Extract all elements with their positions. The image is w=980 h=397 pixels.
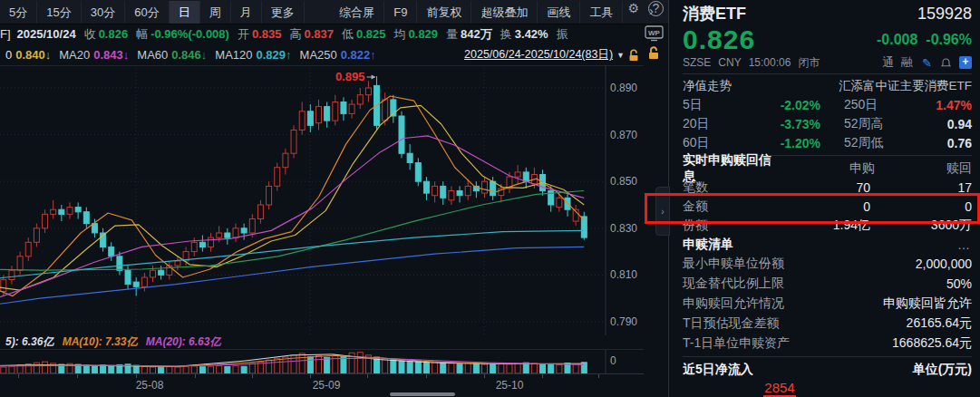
ma250-label: MA250 [300,48,337,62]
volume-value: 842万 [461,26,492,43]
period-20d-value: -3.73% [730,117,820,131]
ma10-value: 0.840↓ [15,48,51,62]
x-label-oct: 25-10 [496,379,524,392]
ma60-label: MA60 [137,48,168,62]
period-60d-value: -1.20% [730,136,820,150]
svg-text:WP: WP [648,29,661,37]
min-unit-value: 2,000,000 [916,257,972,271]
draw-line-button[interactable]: 画线 [538,1,580,24]
quote-time: 15:00:06 [749,56,791,69]
f9-button[interactable]: F9 [384,1,417,24]
axis-tick [598,374,599,378]
period-250d-value: 1.47% [911,98,972,112]
turnover-value: 3.42% [515,27,548,41]
tab-month[interactable]: 月 [231,1,262,24]
subscribe-column-header: 申购 [780,160,875,177]
field-label: 均 [394,26,406,43]
candlestick-chart[interactable]: 0.8900.8700.8500.8300.8100.7900.895 [0,65,644,335]
vol-ma20-label: MA(20): 6.63亿 [146,335,221,348]
super-overlay-button[interactable]: 超级叠加 [471,1,538,24]
chevron-down-icon[interactable]: ▼ [616,51,625,60]
bell-icon[interactable] [940,57,952,69]
list-item: T-1日单位申赎资产 1668625.64元 [683,334,972,353]
svg-text:0: 0 [610,354,616,367]
unlock-icon[interactable] [627,48,640,62]
tools-button[interactable]: 工具 [580,1,623,24]
more-ellipsis-icon[interactable]: … [957,237,972,252]
list-item: 最小申赎单位份额 2,000,000 [683,254,972,274]
tab-week[interactable]: 周 [200,1,231,24]
quote-info-bar: F] 2025/10/24 收0.826 幅-0.96%(-0.008) 开0.… [0,24,644,44]
list-item: 现金替代比例上限 50% [683,274,972,294]
t-cash-label: T日预估现金差额 [683,315,780,332]
t1-asset-label: T-1日单位申赎资产 [683,335,790,352]
axis-tick [367,374,368,378]
axis-tick [136,374,137,378]
field-label: 幅 [136,26,148,43]
allow-status-value: 申购赎回皆允许 [883,295,972,312]
axis-tick [18,374,19,378]
list-section-title[interactable]: 申赎清单 [683,237,733,253]
x-axis: 25-08 25-09 25-10 [0,373,644,397]
fund-name[interactable]: 汇添富中证主要消费ETF [839,78,972,94]
svg-text:0.810: 0.810 [610,268,637,281]
badge-rong: 融 [901,54,913,71]
change-value: -0.96%(-0.008) [150,27,229,41]
highlight-box-shares-row [645,193,980,224]
ma-legend-bar: 0 0.840↓ MA200.843↓ MA600.846↓ MA1200.82… [0,44,644,66]
ma120-label: MA120 [215,48,252,62]
field-label: 换 [500,26,512,43]
netflow-bar-value: 2854 [763,380,796,395]
currency-label: CNY [718,56,741,69]
tab-30min[interactable]: 30分 [82,1,125,24]
tab-15min[interactable]: 15分 [37,1,81,24]
tab-5min[interactable]: 5分 [0,1,37,24]
period-5d-label: 5日 [683,97,730,113]
cash-ratio-value: 50% [946,276,972,291]
wp-window-icon[interactable]: WP [644,24,665,43]
price-change: -0.008 -0.96% [877,32,972,48]
netflow-chart: 2854 [683,379,972,397]
edit-icon[interactable]: ✎ [922,56,932,70]
open-value: 0.835 [252,27,282,41]
svg-text:0.870: 0.870 [610,129,637,141]
add-icon[interactable]: + [959,56,972,69]
52w-low-label: 52周低 [844,135,911,151]
axis-tick [77,374,78,378]
field-label: 收 [84,26,96,43]
min-unit-label: 最小申赎单位份额 [683,256,784,272]
forward-adjust-button[interactable]: 前复权 [417,1,471,24]
svg-text:0.830: 0.830 [610,222,637,235]
svg-text:0.895: 0.895 [335,70,365,83]
field-label: 开 [238,26,249,43]
stock-code: 159928 [917,5,972,24]
period-toolbar: 5分 15分 30分 60分 日 周 月 更多 综合屏 F9 前复权 超级叠加 … [0,0,668,24]
list-item: 申购赎回允许情况 申购赎回皆允许 [683,294,972,314]
gear-icon[interactable]: ⚙ [627,1,639,24]
axis-tick [426,374,427,378]
tab-60min[interactable]: 60分 [125,1,169,24]
nav-row: 60日 -1.20% 52周低 0.76 [683,133,972,152]
t-cash-value: 26165.64元 [907,315,972,332]
market-status: 闭市 [798,55,820,71]
lock-icon[interactable] [646,45,661,61]
composite-screen-button[interactable]: 综合屏 [330,1,384,24]
field-label: 振 [557,26,568,43]
toolbar-overflow-chevron-icon[interactable]: › [649,3,654,18]
nav-row: 20日 -3.73% 52周高 0.94 [683,114,972,133]
date-range-selector[interactable]: 2025/06/24-2025/10/24(83日) [464,47,613,63]
tab-day[interactable]: 日 [170,1,200,24]
stock-name: 消费ETF [683,3,746,24]
nav-trend-label[interactable]: 净值走势 [683,78,732,94]
ma250-value: 0.822↑ [341,48,376,62]
x-label-aug: 25-08 [136,379,164,392]
ma-prefix: 0 [5,48,12,62]
tab-more[interactable]: 更多 [262,1,305,24]
volume-chart[interactable]: 0 [0,349,644,374]
allow-status-label: 申购赎回允许情况 [683,295,784,312]
horizontal-scrollbar[interactable] [390,392,455,396]
field-label: 低 [342,26,354,43]
field-label: 量 [446,26,458,43]
x-label-sep: 25-09 [313,379,341,392]
quote-prefix: F] [0,27,11,41]
